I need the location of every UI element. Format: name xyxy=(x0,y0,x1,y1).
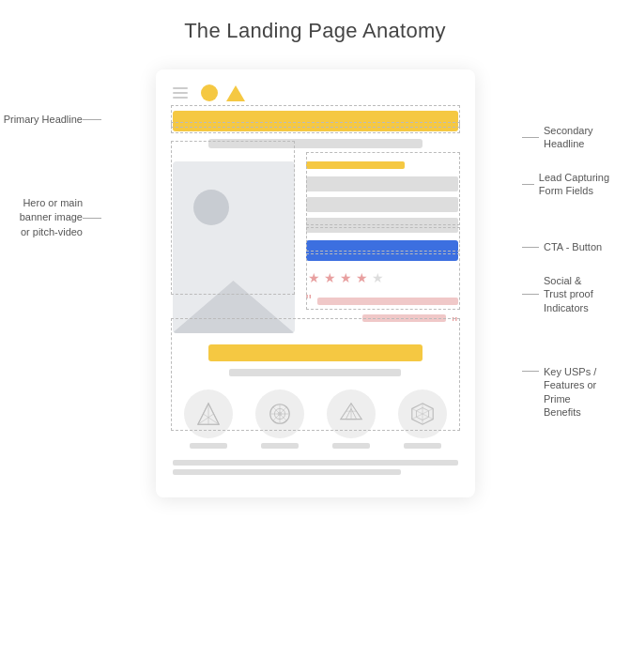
secondary-headline-bar xyxy=(208,139,423,148)
testimonial-bar-2 xyxy=(362,314,446,322)
bottom-bar-2 xyxy=(173,469,401,475)
label-lead-capturing: Lead Capturing Form Fields xyxy=(522,171,630,198)
left-labels: Primary Headline Hero or mainbanner imag… xyxy=(0,69,101,497)
second-section xyxy=(173,344,458,475)
label-primary-headline: Primary Headline xyxy=(4,113,101,126)
primary-headline-bar xyxy=(173,111,458,131)
icon-caption-1 xyxy=(190,443,227,449)
geometry-icon-1 xyxy=(195,401,222,427)
cta-button[interactable] xyxy=(306,240,458,261)
icon-circle-2 xyxy=(255,389,304,438)
star-1: ★ xyxy=(308,270,320,285)
label-secondary: SecondaryHeadline xyxy=(522,124,593,151)
icon-wrapper-2 xyxy=(255,389,304,449)
bottom-bar-1 xyxy=(173,460,458,466)
svg-line-2 xyxy=(208,404,219,424)
label-hero: Hero or mainbanner imageor pitch-video xyxy=(20,196,101,239)
icon-caption-4 xyxy=(404,443,441,449)
content-row: ★ ★ ★ ★ ★ " " xyxy=(173,161,458,333)
form-field-3 xyxy=(306,218,458,233)
icon-wrapper-3 xyxy=(327,389,376,449)
label-line-primary xyxy=(83,119,101,120)
label-line-cta xyxy=(522,247,539,248)
icon-circle-4 xyxy=(398,389,447,438)
form-field-1 xyxy=(306,176,458,191)
form-field-2 xyxy=(306,197,458,212)
hero-circle xyxy=(193,190,229,225)
diagram-wrapper: ★ ★ ★ ★ ★ " " xyxy=(0,69,630,497)
icons-row xyxy=(173,389,458,449)
label-social: Social &Trust proofIndicators xyxy=(522,274,593,314)
label-hero-text: Hero or mainbanner imageor pitch-video xyxy=(20,196,83,239)
geometry-icon-2 xyxy=(267,401,293,427)
hero-image xyxy=(173,161,295,333)
icon-caption-2 xyxy=(261,443,299,449)
hamburger-icon xyxy=(173,87,188,99)
icon-wrapper-4 xyxy=(398,389,447,449)
icon-caption-3 xyxy=(332,443,370,449)
label-line-usps xyxy=(522,371,539,372)
label-line-lead xyxy=(522,184,534,185)
label-social-text: Social &Trust proofIndicators xyxy=(544,274,593,314)
label-secondary-text: SecondaryHeadline xyxy=(544,124,593,151)
testimonial-bar-1 xyxy=(317,298,458,305)
icon-circle-1 xyxy=(184,389,233,438)
quote-close: " xyxy=(452,315,457,332)
page-mockup: ★ ★ ★ ★ ★ " " xyxy=(156,69,475,497)
label-lead-text: Lead Capturing Form Fields xyxy=(539,171,630,198)
svg-line-1 xyxy=(197,404,207,424)
form-area: ★ ★ ★ ★ ★ " " xyxy=(306,161,458,333)
label-cta-text: CTA - Button xyxy=(544,240,602,253)
star-5: ★ xyxy=(372,270,384,285)
logo-circle xyxy=(201,84,218,101)
stars-row: ★ ★ ★ ★ ★ xyxy=(306,270,458,285)
quote-open: " xyxy=(306,293,312,310)
star-3: ★ xyxy=(340,270,352,285)
outer-container: The Landing Page Anatomy xyxy=(0,0,630,672)
usp-sub-bar xyxy=(229,369,400,376)
label-usps: Key USPs /Features orPrimeBenefits xyxy=(522,365,596,419)
form-label-bar xyxy=(306,161,405,169)
logo-triangle xyxy=(226,85,245,101)
label-line-social xyxy=(522,294,539,295)
star-2: ★ xyxy=(324,270,336,285)
testimonial-row-1: " xyxy=(306,293,458,310)
label-usps-text: Key USPs /Features orPrimeBenefits xyxy=(544,365,596,419)
label-line-secondary xyxy=(522,137,539,138)
geometry-icon-4 xyxy=(409,401,436,427)
nav-bar xyxy=(173,84,458,101)
usp-headline-bar xyxy=(208,344,423,361)
bottom-bars xyxy=(173,460,458,475)
label-primary-headline-text: Primary Headline xyxy=(4,113,83,126)
right-labels: SecondaryHeadline Lead Capturing Form Fi… xyxy=(522,69,630,497)
icon-wrapper-1 xyxy=(184,389,233,449)
geometry-icon-3 xyxy=(338,401,364,427)
star-4: ★ xyxy=(356,270,368,285)
label-line-hero xyxy=(83,218,101,219)
label-cta: CTA - Button xyxy=(522,240,602,253)
page-title: The Landing Page Anatomy xyxy=(184,19,446,43)
icon-circle-3 xyxy=(327,389,376,438)
